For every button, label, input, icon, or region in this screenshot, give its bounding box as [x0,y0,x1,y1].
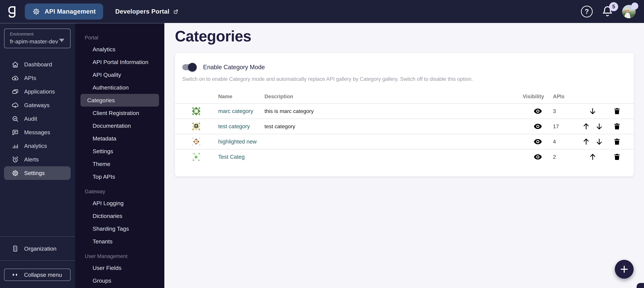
table-row: highlighted new 4 [175,134,634,149]
sidebar-item-analytics[interactable]: Analytics [4,139,70,153]
sidebar-item-audit[interactable]: Audit [4,112,70,126]
api-count: 4 [553,139,578,145]
home-icon [12,61,19,68]
sidebar-item-label: Dashboard [24,61,52,68]
visibility-eye-button[interactable] [523,122,553,131]
enable-category-mode-label: Enable Category Mode [203,64,265,71]
table-header-row: Name Description Visibility APIs [175,90,634,103]
section-title: User Management [75,251,164,262]
api-count: 17 [553,124,578,130]
sidebar-item-label: Messages [24,129,50,136]
subnav-item-api-portal-information[interactable]: API Portal Information [80,56,159,68]
page-title: Categories [175,28,634,45]
column-header-apis: APIs [553,94,578,100]
section-title: Gateway [75,186,164,197]
subnav-item-settings[interactable]: Settings [80,145,159,158]
notifications-button[interactable]: 5 [602,5,614,18]
api-count: 3 [553,108,578,114]
audit-search-icon [12,115,19,123]
sidebar-item-label: Gateways [24,102,50,108]
primary-nav: Dashboard APIs [0,58,75,180]
visibility-eye-button[interactable] [523,137,553,146]
visibility-eye-button[interactable] [523,152,553,161]
subnav-item-top-apis[interactable]: Top APIs [80,170,159,183]
category-name-link[interactable]: marc category [218,108,264,114]
organization-label: Organization [24,246,56,252]
sidebar-item-label: Analytics [24,143,47,149]
api-management-button[interactable]: API Management [25,4,103,20]
column-header-name: Name [218,94,264,100]
environment-label: Environment [10,32,65,36]
subnav-item-dictionaries[interactable]: Dictionaries [80,210,159,222]
delete-button[interactable] [613,107,621,115]
top-bar: API Management Developers Portal ? 5 [0,0,644,23]
main-content: Categories Enable Category Mode Switch o… [164,23,644,288]
table-row: test category test category 17 [175,118,634,134]
message-icon [12,128,19,136]
bar-chart-icon [12,142,19,150]
developers-portal-label: Developers Portal [115,8,170,15]
subnav-item-metadata[interactable]: Metadata [80,132,159,145]
delete-button[interactable] [613,138,621,146]
section-gateway: Gateway API Logging Dictionaries Shardin… [75,186,164,248]
add-category-button[interactable] [615,260,634,278]
notification-count-badge: 5 [609,2,618,11]
sidebar-item-messages[interactable]: Messages [4,126,70,139]
plus-icon [619,264,629,274]
move-down-button[interactable] [595,138,604,146]
sidebar-item-alerts[interactable]: Alerts [4,153,70,166]
move-down-button[interactable] [595,122,604,130]
category-name-link[interactable]: highlighted new [218,138,264,145]
subnav-item-api-quality[interactable]: API Quality [80,68,159,81]
delete-button[interactable] [613,153,621,161]
primary-sidebar: Environment fr-apim-master-dev Dashboard [0,23,75,288]
user-menu[interactable] [622,5,636,18]
api-count: 2 [553,154,578,160]
environment-select[interactable]: Environment fr-apim-master-dev [4,28,70,48]
move-up-button[interactable] [582,138,590,146]
sidebar-item-applications[interactable]: Applications [4,85,70,98]
table-row: marc category this is marc category 3 [175,103,634,118]
category-name-link[interactable]: test category [218,123,264,130]
visibility-eye-button[interactable] [523,107,553,116]
subnav-item-documentation[interactable]: Documentation [80,119,159,132]
categories-table: Name Description Visibility APIs [175,90,634,164]
subnav-item-tenants[interactable]: Tenants [80,235,159,248]
table-row: Test Categ 2 [175,149,634,164]
sidebar-item-dashboard[interactable]: Dashboard [4,58,70,71]
help-button[interactable]: ? [581,6,593,18]
app-root: API Management Developers Portal ? 5 [0,0,644,288]
category-icon-green-dot-burst [191,152,201,162]
collapse-menu-button[interactable]: Collapse menu [4,268,70,281]
subnav-item-theme[interactable]: Theme [80,158,159,170]
sidebar-item-organization[interactable]: Organization [0,237,75,260]
sidebar-item-gateways[interactable]: Gateways [4,98,70,112]
subnav-item-groups[interactable]: Groups [80,274,159,287]
subnav-item-categories[interactable]: Categories [80,94,159,106]
category-name-link[interactable]: Test Categ [218,154,264,160]
delete-button[interactable] [613,122,621,130]
sidebar-item-settings[interactable]: Settings [4,166,70,180]
subnav-item-sharding-tags[interactable]: Sharding Tags [80,222,159,235]
sidebar-item-label: Alerts [24,156,39,163]
move-up-button[interactable] [588,153,597,161]
section-portal: Portal Analytics API Portal Information … [75,32,164,183]
cloud-upload-icon [12,74,19,82]
subnav-item-client-registration[interactable]: Client Registration [80,106,159,119]
subnav-item-analytics[interactable]: Analytics [80,43,159,56]
section-user-management: User Management User Fields Groups [75,251,164,287]
enable-category-mode-toggle[interactable] [182,63,197,71]
move-down-button[interactable] [588,107,597,115]
corner-panel-sliver [636,283,644,288]
gear-icon [12,169,19,177]
categories-card: Enable Category Mode Switch on to enable… [175,53,634,176]
sidebar-item-apis[interactable]: APIs [4,71,70,85]
category-description: this is marc category [264,108,523,114]
environment-value: fr-apim-master-dev [10,38,65,45]
gravitee-logo-icon [8,5,18,18]
subnav-item-authentication[interactable]: Authentication [80,81,159,94]
subnav-item-api-logging[interactable]: API Logging [80,197,159,210]
subnav-item-user-fields[interactable]: User Fields [80,262,159,274]
developers-portal-link[interactable]: Developers Portal [115,8,179,15]
move-up-button[interactable] [582,122,590,130]
